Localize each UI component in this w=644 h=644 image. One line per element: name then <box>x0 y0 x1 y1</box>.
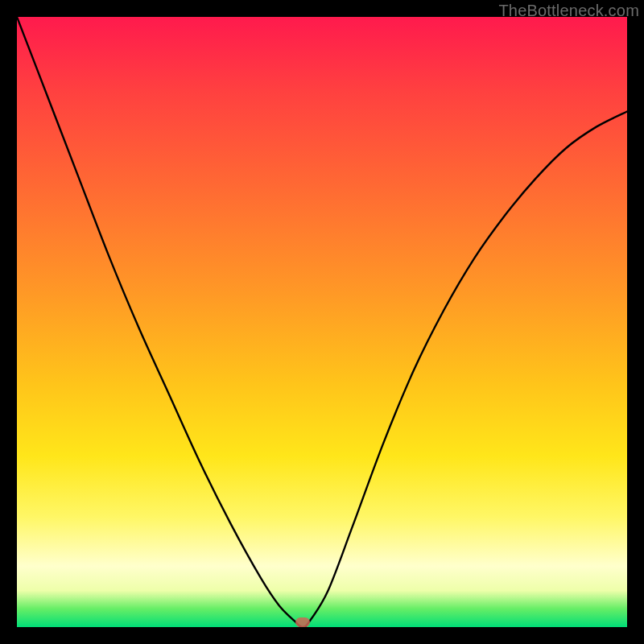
plot-area <box>17 17 627 627</box>
bottleneck-curve <box>17 17 627 627</box>
chart-frame: TheBottleneck.com <box>0 0 644 644</box>
optimal-point-marker <box>295 617 310 627</box>
